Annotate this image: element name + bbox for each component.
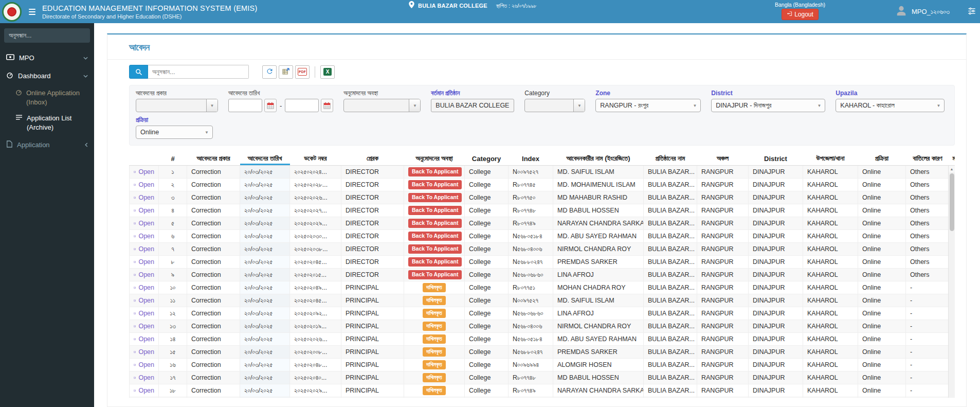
open-link[interactable]: Open bbox=[134, 348, 154, 356]
open-link[interactable]: Open bbox=[134, 361, 154, 368]
cell-institution: BULIA BAZAR... bbox=[644, 397, 697, 398]
user-menu[interactable]: MPO_১২০৬০৩ bbox=[896, 0, 950, 23]
cell-applicant-name: ALOMGIR HOSEN bbox=[553, 359, 644, 371]
col-header-sender[interactable]: প্রেরক bbox=[341, 152, 404, 166]
col-header-date[interactable]: আবেদনের তারিখ bbox=[240, 152, 290, 166]
col-header-serial[interactable]: # bbox=[159, 152, 187, 166]
calendar-icon[interactable] bbox=[264, 99, 277, 112]
cell-applicant-name: MD. ABU SAYED RAHMAN bbox=[553, 333, 644, 346]
logout-button[interactable]: Logout bbox=[782, 9, 819, 20]
sidebar-item-online-application-inbox[interactable]: Online Application (Inbox) bbox=[0, 85, 94, 110]
search-button[interactable] bbox=[129, 65, 148, 79]
cell-process: Online bbox=[858, 230, 906, 243]
upazila-dropdown[interactable]: KAHAROL - কাহারোল ▼ bbox=[836, 99, 945, 112]
category-dropdown[interactable]: ▼ bbox=[524, 99, 585, 112]
open-link[interactable]: Open bbox=[134, 181, 154, 188]
open-link[interactable]: Open bbox=[134, 207, 154, 214]
scroll-up-arrow[interactable]: ▲ bbox=[949, 166, 955, 172]
cell-institution: BULIA BAZAR... bbox=[644, 294, 697, 307]
cell-cancel-reason: - bbox=[906, 371, 950, 384]
sidebar-item-application-list-archive[interactable]: Application List (Archive) bbox=[0, 110, 94, 135]
process-dropdown[interactable]: Online ▼ bbox=[136, 126, 213, 139]
col-header-category[interactable]: Category bbox=[465, 152, 509, 166]
cell-docket: ২০২৫০২০২৪... bbox=[290, 166, 341, 179]
cell-status: দাখিলকৃত bbox=[404, 307, 465, 320]
status-badge: দাখিলকৃত bbox=[423, 322, 445, 331]
language-selector[interactable]: Bangla (Bangladesh) bbox=[769, 2, 831, 8]
col-header-applicant-name[interactable]: আবেদনকারীর নাম (ইংরেজিতে) bbox=[553, 152, 644, 166]
col-header-process[interactable]: প্রক্রিয়া bbox=[858, 152, 906, 166]
current-institution-input[interactable] bbox=[431, 99, 514, 112]
cell-district: DINAJPUR bbox=[749, 371, 803, 384]
cell-upazila: KAHAROL bbox=[803, 371, 858, 384]
cell-open: Open bbox=[130, 346, 159, 359]
col-header-institution[interactable]: প্রতিষ্ঠানের নাম bbox=[644, 152, 697, 166]
export-pdf-button[interactable]: PDF bbox=[295, 65, 310, 79]
cell-date: ২০/০৩/২০২৫ bbox=[240, 359, 290, 371]
cell-date: ২০/০৩/২০২৫ bbox=[240, 256, 290, 269]
cell-applicant-name: LINA AFROJ bbox=[553, 307, 644, 320]
sidebar-item-dashboard[interactable]: Dashboard bbox=[0, 66, 94, 85]
open-link[interactable]: Open bbox=[134, 258, 154, 266]
refresh-button[interactable] bbox=[262, 65, 277, 79]
export-excel-button[interactable]: X bbox=[320, 65, 335, 79]
calendar-icon[interactable] bbox=[321, 99, 333, 112]
cell-index: N৫৬৮০৫১৮৪ bbox=[509, 230, 553, 243]
cell-index: N৫৬৮০৫১৮৪ bbox=[509, 333, 553, 346]
cell-district: DINAJPUR bbox=[749, 269, 803, 281]
filter-approval-status-label: অনুমোদনের অবস্থা bbox=[343, 90, 421, 97]
sidebar-search-input[interactable] bbox=[5, 29, 90, 42]
col-header-extra[interactable]: মন্ত bbox=[950, 152, 955, 166]
col-header-type[interactable]: আবেদনের প্রকার bbox=[187, 152, 240, 166]
cell-upazila: KAHAROL bbox=[803, 333, 858, 346]
open-link[interactable]: Open bbox=[134, 168, 154, 175]
open-link[interactable]: Open bbox=[134, 335, 154, 343]
open-link[interactable]: Open bbox=[134, 374, 154, 381]
district-dropdown[interactable]: DINAJPUR - দিনাজপুর ▼ bbox=[711, 99, 825, 112]
open-link[interactable]: Open bbox=[134, 220, 154, 227]
col-header-docket[interactable]: ডকেট নম্বর bbox=[290, 152, 341, 166]
table-search-input[interactable] bbox=[148, 65, 249, 79]
table-row: Open১৭Correction২০/০৩/২০২৫২০২৫০২০৪০...PR… bbox=[130, 371, 955, 384]
col-header-status[interactable]: অনুমোদনের অবস্থা bbox=[404, 152, 465, 166]
application-type-dropdown[interactable]: ▼ bbox=[136, 99, 218, 112]
date-from-input[interactable] bbox=[228, 99, 262, 112]
vertical-scrollbar[interactable]: ▲ bbox=[948, 166, 955, 398]
scrollbar-thumb[interactable] bbox=[950, 173, 954, 231]
approval-status-dropdown[interactable]: ▼ bbox=[343, 99, 421, 112]
sidebar-item-application[interactable]: Application bbox=[0, 135, 94, 154]
cell-docket: ২০২৫০২০২৯... bbox=[290, 384, 341, 397]
cell-cancel-reason: - bbox=[906, 384, 950, 397]
col-header-district[interactable]: District bbox=[749, 152, 803, 166]
settings-sliders-icon[interactable] bbox=[968, 7, 976, 17]
cell-process: Online bbox=[858, 166, 906, 179]
date-range-dash: - bbox=[280, 102, 282, 110]
open-link[interactable]: Open bbox=[134, 387, 154, 394]
hamburger-menu-icon[interactable] bbox=[29, 9, 35, 15]
col-header-upazila[interactable]: উপজেলা/থানা bbox=[803, 152, 858, 166]
sidebar-item-mpo[interactable]: MPO bbox=[0, 49, 94, 66]
open-link[interactable]: Open bbox=[134, 323, 154, 330]
page-title: আবেদন bbox=[129, 41, 955, 53]
open-link[interactable]: Open bbox=[134, 310, 154, 317]
open-link[interactable]: Open bbox=[134, 297, 154, 304]
cell-status: দাখিলকৃত bbox=[404, 397, 465, 398]
open-link[interactable]: Open bbox=[134, 284, 154, 291]
col-header-zone[interactable]: অঞ্চল bbox=[697, 152, 749, 166]
col-header-cancel-reason[interactable]: বাতিলের কারণ bbox=[906, 152, 950, 166]
open-link[interactable]: Open bbox=[134, 194, 154, 201]
cell-date: ২০/০৩/২০২৫ bbox=[240, 191, 290, 204]
col-header-open[interactable] bbox=[130, 152, 159, 166]
open-link[interactable]: Open bbox=[134, 245, 154, 253]
export-table-button[interactable] bbox=[279, 65, 293, 79]
open-link[interactable]: Open bbox=[134, 233, 154, 240]
cell-zone: RANGPUR bbox=[697, 230, 749, 243]
col-header-index[interactable]: Index bbox=[509, 152, 553, 166]
date-to-input[interactable] bbox=[285, 99, 319, 112]
cell-institution: BULIA BAZAR... bbox=[644, 166, 697, 179]
cell-institution: BULIA BAZAR... bbox=[644, 307, 697, 320]
cell-cancel-reason: Others bbox=[906, 204, 950, 217]
filter-category-label: Category bbox=[524, 90, 585, 97]
open-link[interactable]: Open bbox=[134, 271, 154, 278]
zone-dropdown[interactable]: RANGPUR - রংপুর ▼ bbox=[595, 99, 701, 112]
